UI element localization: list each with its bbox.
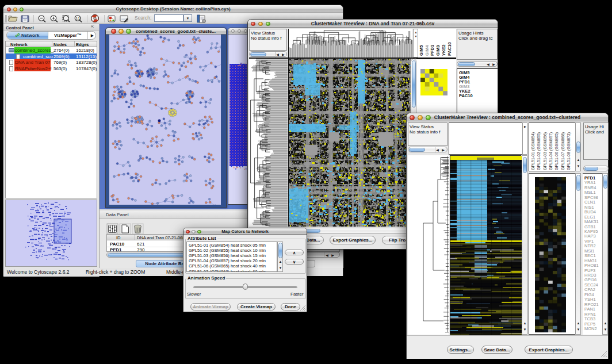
svg-text:GPL51-02 (GSM855): GPL51-02 (GSM855) [537, 132, 541, 170]
svg-text:GPL51-03 (GSM856): GPL51-03 (GSM856) [543, 132, 548, 170]
svg-text:1:1: 1:1 [76, 17, 80, 20]
svg-text:PFD1: PFD1 [430, 45, 435, 56]
svg-text:GPL51-01 (GSM854): GPL51-01 (GSM854) [531, 132, 536, 170]
svg-text:GPL51-04 (GSM857): GPL51-04 (GSM857) [549, 132, 553, 170]
svg-text:GIM3: GIM3 [435, 45, 441, 56]
svg-text:YKE2: YKE2 [441, 44, 446, 56]
svg-text:PAC10: PAC10 [447, 42, 452, 56]
svg-text:GIM5: GIM5 [419, 45, 424, 56]
svg-text:GPL51-08 (GSM872): GPL51-08 (GSM872) [567, 132, 571, 170]
svg-text:GPL51-06 (GSM865): GPL51-06 (GSM865) [554, 132, 559, 170]
svg-text:GIM4: GIM4 [424, 45, 430, 56]
svg-text:GPL51-07 (GSM868): GPL51-07 (GSM868) [561, 132, 565, 170]
